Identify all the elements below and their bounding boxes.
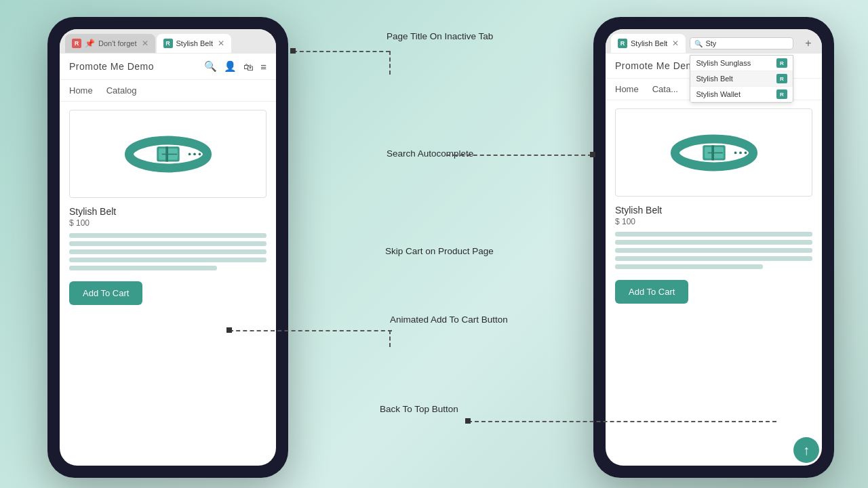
desc-line-r3 — [615, 248, 812, 253]
dashed-line-cart-l — [229, 330, 392, 331]
left-phone-screen: R 📌 Don't forget ✕ R Stylish Belt ✕ Prom… — [60, 29, 276, 466]
desc-line-1 — [69, 233, 267, 238]
browser-tabs-left: R 📌 Don't forget ✕ R Stylish Belt ✕ — [60, 29, 276, 54]
svg-point-13 — [734, 152, 736, 155]
autocomplete-label-2: Stylish Belt — [696, 75, 732, 83]
site-logo-left: Promote Me Demo — [69, 61, 204, 72]
dashed-line-search-r — [446, 155, 592, 156]
autocomplete-icon-letter-2: R — [780, 76, 784, 82]
autocomplete-icon-letter-1: R — [780, 60, 784, 66]
tab-stylish-belt-right[interactable]: R Stylish Belt ✕ — [611, 34, 686, 53]
tab-label-right: Stylish Belt — [631, 39, 667, 47]
search-field[interactable]: 🔍 Sty — [690, 37, 793, 49]
tab-close-1[interactable]: ✕ — [142, 39, 149, 48]
desc-line-r2 — [615, 240, 812, 245]
left-phone: R 📌 Don't forget ✕ R Stylish Belt ✕ Prom… — [47, 17, 288, 478]
search-autocomplete-dropdown: Stylish Sunglass R Stylish Belt R — [690, 55, 793, 103]
dashed-line-cart-v — [389, 330, 391, 347]
autocomplete-label-3: Stylish Wallet — [696, 90, 741, 98]
annotation-skip-cart: Skip Cart on Product Page — [385, 245, 494, 258]
desc-line-3 — [69, 249, 267, 254]
autocomplete-item-2[interactable]: Stylish Belt R — [690, 71, 793, 87]
svg-point-7 — [198, 153, 201, 156]
product-price-left: $ 100 — [69, 218, 267, 228]
dot-search-right — [590, 152, 595, 157]
search-value: Sty — [705, 39, 716, 47]
tab-stylish-belt-left[interactable]: R Stylish Belt ✕ — [157, 34, 231, 53]
user-icon[interactable]: 👤 — [224, 60, 237, 73]
cart-icon[interactable]: 🛍 — [243, 61, 254, 73]
browser-tabs-right: R Stylish Belt ✕ 🔍 Sty Stylish Sunglass — [606, 29, 822, 54]
menu-icon[interactable]: ≡ — [260, 61, 267, 73]
site-header-left: Promote Me Demo 🔍 👤 🛍 ≡ — [60, 54, 276, 80]
belt-image-right — [670, 129, 758, 176]
dashed-line-tab-v — [389, 51, 391, 75]
desc-line-4 — [69, 258, 267, 262]
tab-emoji: 📌 — [85, 39, 95, 48]
nav-catalog-left[interactable]: Catalog — [106, 85, 137, 96]
search-bar-area: 🔍 Sty Stylish Sunglass R Stylish Belt — [687, 37, 796, 49]
autocomplete-label-1: Stylish Sunglass — [696, 59, 751, 67]
autocomplete-icon-1: R — [776, 58, 787, 68]
add-to-cart-button-left[interactable]: Add To Cart — [69, 281, 142, 305]
desc-line-r1 — [615, 232, 812, 237]
belt-image-left — [124, 130, 212, 178]
product-image-right — [615, 108, 812, 197]
nav-catalog-right[interactable]: Cata... — [652, 84, 678, 94]
product-name-left: Stylish Belt — [69, 206, 267, 217]
tab-label-1: Don't forget — [98, 39, 137, 47]
new-tab-button[interactable]: + — [800, 35, 816, 52]
svg-point-14 — [739, 152, 742, 155]
dot-cart-left — [226, 327, 232, 333]
tab-favicon-1: R — [72, 39, 81, 48]
back-to-top-arrow-icon: ↑ — [803, 443, 810, 457]
product-price-right: $ 100 — [615, 217, 812, 226]
tab-label-2: Stylish Belt — [176, 39, 213, 47]
desc-line-5 — [69, 266, 217, 270]
svg-point-5 — [188, 153, 191, 156]
annotation-back-to-top: Back To Top Button — [380, 403, 458, 416]
nav-home-left[interactable]: Home — [69, 85, 93, 96]
autocomplete-item-1[interactable]: Stylish Sunglass R — [690, 56, 793, 71]
search-icon-right: 🔍 — [694, 40, 703, 47]
tab-dont-forget[interactable]: R 📌 Don't forget ✕ — [65, 34, 155, 53]
dot-tab-left — [290, 48, 296, 54]
back-to-top-button[interactable]: ↑ — [793, 437, 819, 463]
autocomplete-icon-2: R — [776, 74, 787, 83]
dashed-line-tab — [293, 51, 390, 52]
search-icon[interactable]: 🔍 — [204, 60, 217, 73]
tab-close-2[interactable]: ✕ — [218, 39, 224, 48]
right-phone: R Stylish Belt ✕ 🔍 Sty Stylish Sunglass — [593, 17, 834, 478]
product-description-right — [615, 232, 812, 269]
desc-line-r5 — [615, 264, 763, 269]
annotation-add-to-cart: Animated Add To Cart Button — [390, 314, 508, 327]
dot-backtop-right — [465, 418, 471, 424]
tab-favicon-2: R — [163, 39, 173, 48]
desc-line-2 — [69, 241, 267, 246]
search-input-wrap: 🔍 Sty Stylish Sunglass R Stylish Belt — [690, 37, 793, 49]
product-info-right: Stylish Belt $ 100 — [606, 205, 822, 269]
autocomplete-icon-3: R — [776, 89, 787, 99]
autocomplete-item-3[interactable]: Stylish Wallet R — [690, 87, 793, 102]
add-to-cart-button-right[interactable]: Add To Cart — [615, 280, 688, 304]
autocomplete-icon-letter-3: R — [780, 92, 784, 98]
product-name-right: Stylish Belt — [615, 205, 812, 216]
nav-home-right[interactable]: Home — [615, 84, 639, 94]
product-image-left — [69, 110, 267, 198]
annotation-page-title: Page Title On Inactive Tab — [387, 30, 493, 43]
site-nav-left: Home Catalog — [60, 80, 276, 102]
svg-point-15 — [744, 152, 747, 155]
product-info-left: Stylish Belt $ 100 — [60, 206, 276, 270]
dashed-line-backtop-r — [468, 421, 776, 422]
header-icons-left: 🔍 👤 🛍 ≡ — [204, 60, 267, 73]
desc-line-r4 — [615, 256, 812, 261]
tab-favicon-right: R — [618, 39, 627, 48]
product-description-left — [69, 233, 267, 270]
svg-point-6 — [193, 153, 196, 156]
tab-close-right[interactable]: ✕ — [672, 39, 679, 48]
right-phone-screen: R Stylish Belt ✕ 🔍 Sty Stylish Sunglass — [606, 29, 822, 466]
